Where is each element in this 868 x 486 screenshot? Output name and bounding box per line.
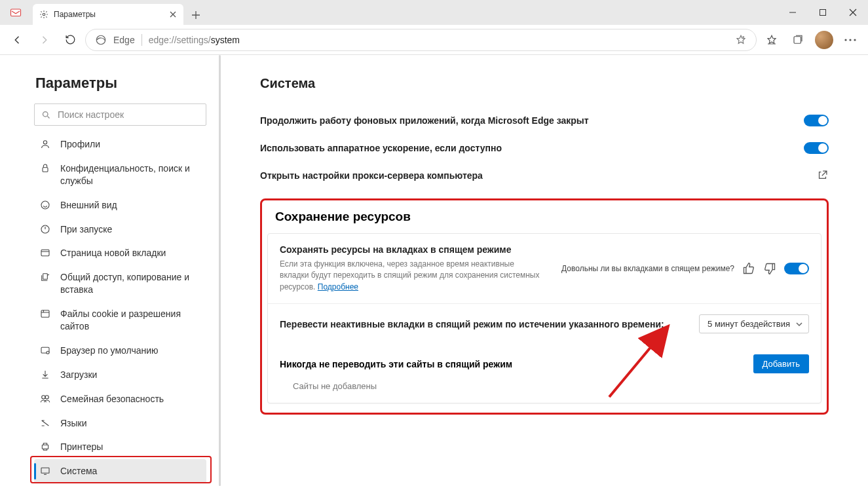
- close-window-button[interactable]: [838, 2, 868, 23]
- timeout-select[interactable]: 5 минут бездействия: [699, 314, 809, 333]
- sidebar-title: Параметры: [0, 75, 221, 103]
- sidebar-item[interactable]: Профили: [34, 132, 206, 157]
- favorites-button[interactable]: [761, 29, 783, 51]
- empty-sites-text: Сайты не добавлены: [268, 377, 821, 403]
- external-link-icon: [817, 170, 829, 181]
- back-button[interactable]: [7, 29, 29, 51]
- toggle-on[interactable]: [804, 115, 829, 126]
- setting-label: Продолжить работу фоновых приложений, ко…: [260, 115, 804, 126]
- minimize-button[interactable]: [778, 2, 808, 23]
- svg-point-17: [47, 351, 49, 354]
- sidebar-item[interactable]: Загрузки: [34, 363, 206, 387]
- svg-point-19: [45, 395, 48, 398]
- page-heading: Система: [260, 76, 829, 91]
- sidebar-item-label: Система: [60, 465, 97, 477]
- svg-rect-20: [42, 445, 48, 449]
- svg-rect-14: [43, 274, 48, 280]
- svg-rect-4: [794, 36, 801, 43]
- sidebar-item-icon: [39, 224, 51, 234]
- gear-icon: [39, 10, 48, 19]
- address-bar[interactable]: Edge edge://settings/system: [85, 29, 757, 51]
- svg-rect-2: [820, 10, 826, 16]
- menu-button[interactable]: [839, 29, 861, 51]
- svg-point-5: [844, 39, 846, 41]
- thumbs-down-icon[interactable]: [763, 262, 776, 275]
- sidebar-item-icon: [39, 394, 51, 404]
- sidebar-item-icon: [39, 308, 51, 319]
- sidebar-item-label: Языки: [60, 417, 87, 430]
- sidebar-item[interactable]: Страница новой вкладки: [34, 241, 206, 265]
- sidebar-item[interactable]: Сбросить настройки: [34, 483, 206, 486]
- favorite-icon[interactable]: [735, 34, 747, 46]
- svg-point-8: [43, 111, 48, 117]
- svg-point-11: [41, 201, 49, 209]
- learn-more-link[interactable]: Подробнее: [318, 282, 358, 291]
- sidebar-item[interactable]: При запуске: [34, 217, 206, 242]
- sidebar-item[interactable]: Система: [34, 459, 206, 483]
- setting-row-proxy[interactable]: Открыть настройки прокси-сервера компьют…: [260, 162, 829, 189]
- sidebar-item-label: Загрузки: [60, 369, 97, 381]
- close-icon[interactable]: [169, 10, 177, 18]
- sidebar-item-label: Семейная безопасность: [60, 393, 164, 405]
- new-tab-button[interactable]: [186, 5, 206, 25]
- svg-point-6: [849, 39, 851, 41]
- sidebar-item[interactable]: Общий доступ, копирование и вставка: [34, 265, 206, 302]
- edge-label: Edge: [113, 35, 135, 45]
- svg-point-18: [42, 395, 45, 398]
- search-icon: [41, 110, 51, 120]
- sidebar-item-label: Браузер по умолчанию: [60, 345, 159, 357]
- sidebar-item-label: При запуске: [60, 223, 112, 236]
- svg-point-3: [96, 35, 105, 45]
- sidebar-item-icon: [39, 441, 51, 452]
- sidebar-item[interactable]: Внешний вид: [34, 193, 206, 217]
- browser-tab[interactable]: Параметры: [33, 4, 183, 25]
- sidebar-item-icon: [39, 466, 51, 476]
- add-button[interactable]: Добавить: [753, 354, 809, 373]
- forward-button[interactable]: [33, 29, 55, 51]
- svg-point-9: [43, 141, 47, 144]
- setting-label: Использовать аппаратное ускорение, если …: [260, 143, 804, 153]
- sidebar-item-label: Страница новой вкладки: [60, 247, 166, 259]
- sidebar-item-icon: [39, 418, 51, 428]
- toggle-on[interactable]: [784, 263, 809, 274]
- sidebar-item-icon: [39, 200, 51, 210]
- sleep-title: Сохранять ресурсы на вкладках в спящем р…: [280, 244, 552, 255]
- sidebar-item[interactable]: Языки: [34, 411, 206, 436]
- maximize-button[interactable]: [808, 2, 838, 23]
- titlebar: Параметры: [0, 0, 868, 25]
- window-favicon: [9, 7, 22, 20]
- thumbs-up-icon[interactable]: [742, 262, 755, 275]
- svg-rect-10: [43, 168, 48, 172]
- toolbar: Edge edge://settings/system: [0, 25, 868, 55]
- collections-button[interactable]: [787, 29, 809, 51]
- setting-row-background-apps: Продолжить работу фоновых приложений, ко…: [260, 107, 829, 134]
- sidebar-item-icon: [39, 248, 51, 258]
- profile-avatar[interactable]: [813, 29, 835, 51]
- never-sleep-label: Никогда не переводить эти сайты в спящий…: [280, 359, 512, 369]
- url-text: edge://settings/system: [149, 35, 240, 45]
- search-input[interactable]: Поиск настроек: [34, 103, 206, 126]
- edge-logo-icon: [95, 34, 107, 46]
- divider: [142, 34, 142, 46]
- sidebar-item[interactable]: Конфиденциальность, поиск и службы: [34, 157, 206, 193]
- sidebar-item[interactable]: Принтеры: [34, 435, 206, 459]
- sidebar-item[interactable]: Семейная безопасность: [34, 387, 206, 411]
- toggle-on[interactable]: [804, 142, 829, 154]
- sidebar-item-label: Общий доступ, копирование и вставка: [60, 271, 201, 296]
- svg-point-7: [854, 39, 856, 41]
- svg-rect-13: [41, 250, 49, 256]
- sidebar-item-icon: [39, 272, 51, 282]
- chevron-down-icon: [795, 320, 803, 328]
- reload-button[interactable]: [59, 29, 81, 51]
- sidebar-item-label: Конфиденциальность, поиск и службы: [60, 162, 201, 187]
- sidebar-item[interactable]: Файлы cookie и разрешения сайтов: [34, 302, 206, 339]
- sleeping-tabs-card: Сохранять ресурсы на вкладках в спящем р…: [267, 233, 821, 403]
- feedback-question: Довольны ли вы вкладками в спящем режиме…: [561, 264, 734, 273]
- sidebar-item-label: Профили: [60, 138, 100, 151]
- sidebar-item-icon: [39, 345, 51, 356]
- resources-section-highlight: Сохранение ресурсов Сохранять ресурсы на…: [260, 198, 829, 415]
- sleep-desc: Если эта функция включена, через заданно…: [280, 259, 542, 293]
- sidebar-item[interactable]: Браузер по умолчанию: [34, 339, 206, 363]
- sidebar-nav: ПрофилиКонфиденциальность, поиск и служб…: [0, 132, 221, 486]
- search-placeholder: Поиск настроек: [58, 109, 124, 120]
